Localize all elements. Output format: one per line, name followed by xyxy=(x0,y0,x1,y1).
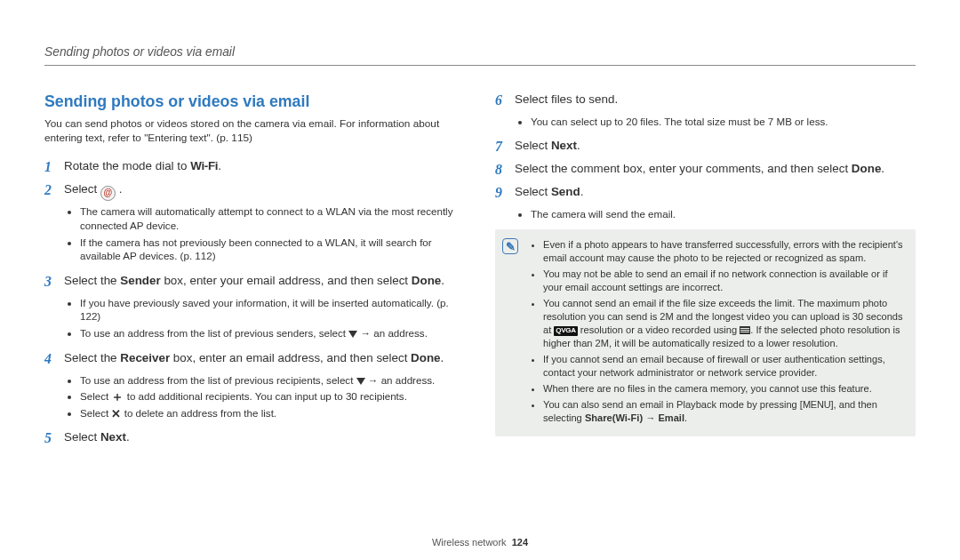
step-3: 3 Select the Sender box, enter your emai… xyxy=(44,272,465,292)
step-number: 8 xyxy=(495,160,515,180)
film-icon xyxy=(740,326,750,334)
step-number: 6 xyxy=(495,91,515,111)
note-list: Even if a photo appears to have transfer… xyxy=(543,238,907,428)
section-intro: You can send photos or videos stored on … xyxy=(44,117,465,146)
arrow: → xyxy=(643,412,658,423)
text: . xyxy=(126,430,130,444)
text: To use an address from the list of previ… xyxy=(80,374,356,386)
running-header: Sending photos or videos via email xyxy=(44,44,916,61)
step-4: 4 Select the Receiver box, enter an emai… xyxy=(44,349,465,370)
text: Select the xyxy=(64,351,120,364)
text: . xyxy=(580,185,584,198)
text: → an address. xyxy=(357,327,428,339)
text: You can also send an email in Playback m… xyxy=(543,399,803,410)
wifi-icon: Wi-Fi xyxy=(190,159,218,172)
footer-page-number: 124 xyxy=(512,537,528,548)
down-triangle-icon xyxy=(356,378,365,385)
step-6: 6 Select files to send. xyxy=(495,91,916,111)
bold: Next xyxy=(551,139,577,152)
note-item: When there are no files in the camera me… xyxy=(543,382,907,396)
text: to add additional recipients. You can in… xyxy=(124,390,406,402)
bold: Done xyxy=(852,162,881,175)
page-content: Sending photos or videos via email Sendi… xyxy=(0,0,960,478)
step-2-bullets: The camera will automatically attempt to… xyxy=(80,204,465,263)
text: Select xyxy=(515,139,551,152)
bullet: If you have previously saved your inform… xyxy=(80,296,465,324)
footer-section: Wireless network xyxy=(432,537,507,548)
step-number: 4 xyxy=(44,349,64,370)
plus-icon: ＋ xyxy=(111,390,124,403)
text: Select xyxy=(80,390,111,402)
step-text: Select the comment box, enter your comme… xyxy=(515,160,916,177)
text: Select xyxy=(80,407,111,419)
step-text: Select Next. xyxy=(64,428,465,445)
down-triangle-icon xyxy=(348,331,357,338)
text: . xyxy=(441,351,444,364)
note-item: You cannot send an email if the file siz… xyxy=(543,297,907,350)
text: To use an address from the list of previ… xyxy=(80,327,348,339)
step-text: Rotate the mode dial to Wi-Fi. xyxy=(64,157,465,174)
step-text: Select the Sender box, enter your email … xyxy=(64,272,465,289)
note-item: Even if a photo appears to have transfer… xyxy=(543,238,907,265)
text: . xyxy=(881,162,884,175)
bullet: If the camera has not previously been co… xyxy=(80,236,465,263)
menu-label: MENU xyxy=(803,399,831,410)
bullet: Select ✕ to delete an address from the l… xyxy=(80,406,465,420)
text: . xyxy=(116,182,122,196)
step-1: 1 Rotate the mode dial to Wi-Fi. xyxy=(44,157,465,178)
note-item: You may not be able to send an email if … xyxy=(543,268,907,294)
bold: Send xyxy=(551,185,580,198)
step-4-bullets: To use an address from the list of previ… xyxy=(80,373,465,420)
text: resolution or a video recorded using xyxy=(578,324,740,335)
text: Select the xyxy=(64,274,120,287)
step-3-bullets: If you have previously saved your inform… xyxy=(80,296,465,340)
note-box: ✎ Even if a photo appears to have transf… xyxy=(495,229,916,436)
bold: Receiver xyxy=(120,351,170,364)
note-item: If you cannot send an email because of f… xyxy=(543,353,907,380)
column-left: Sending photos or videos via email You c… xyxy=(44,91,465,452)
bullet: The camera will send the email. xyxy=(531,207,916,221)
text: Select xyxy=(64,182,100,196)
email-icon xyxy=(100,186,116,201)
bullet: Select ＋ to add additional recipients. Y… xyxy=(80,389,465,404)
x-icon: ✕ xyxy=(111,408,121,420)
bold: Next xyxy=(100,430,126,444)
step-9-bullets: The camera will send the email. xyxy=(531,207,916,221)
text: . xyxy=(577,139,580,152)
text: box, enter an email address, and then se… xyxy=(170,351,411,364)
text: to delete an address from the list. xyxy=(121,407,276,419)
page-footer: Wireless network 124 xyxy=(0,536,960,549)
step-number: 7 xyxy=(495,137,515,157)
bold: Sender xyxy=(120,274,160,287)
section-title: Sending photos or videos via email xyxy=(44,91,465,112)
step-2: 2 Select . xyxy=(44,180,465,201)
info-icon: ✎ xyxy=(502,238,518,254)
text: box, enter your email address, and then … xyxy=(161,274,412,287)
qvga-icon: QVGA xyxy=(554,326,577,336)
step-text: Select the Receiver box, enter an email … xyxy=(64,349,465,366)
text: . xyxy=(684,412,687,423)
text: . xyxy=(218,159,221,172)
text: Rotate the mode dial to xyxy=(64,159,190,172)
text: → an address. xyxy=(365,374,436,386)
note-item: You can also send an email in Playback m… xyxy=(543,398,907,425)
step-number: 3 xyxy=(44,272,64,292)
two-column-layout: Sending photos or videos via email You c… xyxy=(44,91,916,452)
text: Select xyxy=(515,185,551,198)
step-9: 9 Select Send. xyxy=(495,183,916,204)
step-text: Select . xyxy=(64,180,465,201)
header-rule xyxy=(44,65,916,66)
step-number: 5 xyxy=(44,428,64,449)
step-text: Select Next. xyxy=(515,137,916,154)
step-text: Select files to send. xyxy=(515,91,916,108)
bullet: You can select up to 20 files. The total… xyxy=(531,115,916,129)
bullet: To use an address from the list of previ… xyxy=(80,373,465,388)
step-8: 8 Select the comment box, enter your com… xyxy=(495,160,916,180)
bold: Share(Wi-Fi) xyxy=(585,412,643,423)
text: . xyxy=(441,274,444,287)
info-icon-wrap: ✎ xyxy=(502,238,520,428)
bold: Email xyxy=(658,412,684,423)
bold: Done xyxy=(412,274,441,287)
step-number: 2 xyxy=(44,180,64,201)
text: Select xyxy=(64,430,100,444)
